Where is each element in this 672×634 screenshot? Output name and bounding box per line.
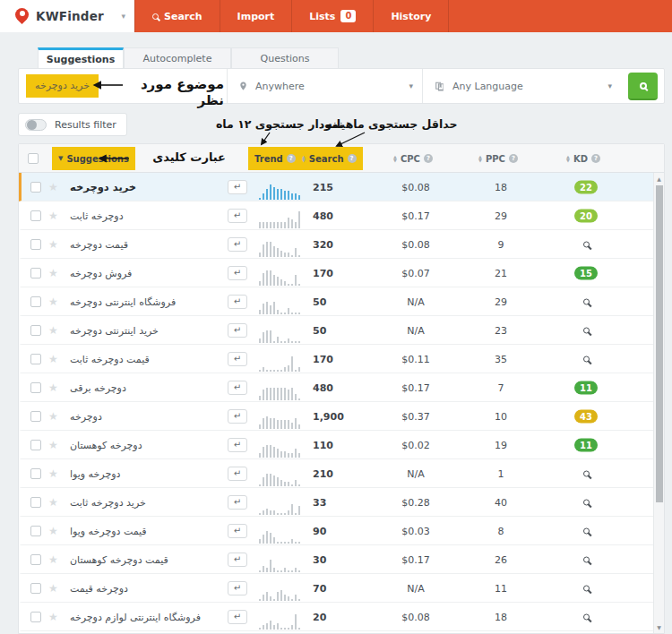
favorite-star-icon[interactable]: ★ <box>48 611 58 623</box>
menu-item-lists[interactable]: Lists 0 <box>292 0 374 32</box>
favorite-star-icon[interactable]: ★ <box>48 525 58 537</box>
search-submit-button[interactable] <box>628 73 658 100</box>
analyze-keyword-button[interactable]: ↵ <box>228 581 247 595</box>
scrollbar-thumb[interactable] <box>656 185 663 502</box>
trend-bar <box>298 424 300 429</box>
row-checkbox[interactable] <box>30 554 41 565</box>
kd-score-badge[interactable]: 15 <box>574 266 598 279</box>
header-ppc[interactable]: ▲▼ PPC <box>460 147 537 170</box>
favorite-star-icon[interactable]: ★ <box>48 381 58 394</box>
row-checkbox[interactable] <box>30 382 41 393</box>
kd-score-badge[interactable]: 22 <box>574 180 598 193</box>
analyze-keyword-button[interactable]: ↵ <box>228 352 247 366</box>
analyze-keyword-button[interactable]: ↵ <box>228 266 247 280</box>
favorite-star-icon[interactable]: ★ <box>48 439 58 451</box>
sort-icon: ▲▼ <box>566 155 570 163</box>
header-suggestions[interactable]: ▼ Suggestions <box>52 147 135 170</box>
row-checkbox[interactable] <box>30 182 41 193</box>
analyze-keyword-button[interactable]: ↵ <box>228 323 247 338</box>
language-select[interactable]: Any Language ▾ <box>422 69 621 103</box>
menu-item-import[interactable]: Import <box>220 0 293 32</box>
help-icon[interactable] <box>424 154 433 163</box>
results-filter[interactable]: Results filter <box>18 113 127 136</box>
kd-magnifier-icon[interactable] <box>583 499 590 505</box>
kd-score-badge[interactable]: 20 <box>574 209 598 222</box>
scroll-up-icon[interactable]: ▲ <box>654 176 664 182</box>
location-select[interactable]: Anywhere ▾ <box>227 69 422 103</box>
favorite-star-icon[interactable]: ★ <box>48 496 58 509</box>
kd-magnifier-icon[interactable] <box>583 585 590 591</box>
kd-magnifier-icon[interactable] <box>583 527 590 534</box>
analyze-keyword-button[interactable]: ↵ <box>228 553 247 567</box>
favorite-star-icon[interactable]: ★ <box>48 582 58 595</box>
results-filter-toggle[interactable] <box>25 119 47 131</box>
analyze-keyword-button[interactable]: ↵ <box>228 467 247 481</box>
row-checkbox[interactable] <box>30 296 41 307</box>
scroll-down-icon[interactable]: ▼ <box>654 624 664 630</box>
favorite-star-icon[interactable]: ★ <box>48 296 58 308</box>
analyze-keyword-button[interactable]: ↵ <box>228 495 247 510</box>
row-checkbox[interactable] <box>30 612 41 622</box>
favorite-star-icon[interactable]: ★ <box>48 410 58 423</box>
analyze-keyword-button[interactable]: ↵ <box>228 438 247 452</box>
row-checkbox[interactable] <box>30 268 41 278</box>
kd-magnifier-icon[interactable] <box>583 298 590 304</box>
row-checkbox[interactable] <box>30 325 41 336</box>
tab-questions[interactable]: Questions <box>231 47 339 68</box>
brand-menu[interactable]: KWFinder ▾ <box>0 0 134 32</box>
help-icon[interactable] <box>287 154 296 163</box>
header-cpc[interactable]: ▲▼ CPC <box>373 147 453 170</box>
analyze-keyword-button[interactable]: ↵ <box>228 237 247 252</box>
row-checkbox[interactable] <box>30 526 41 536</box>
menu-item-history[interactable]: History <box>374 0 449 32</box>
analyze-keyword-button[interactable]: ↵ <box>228 524 247 538</box>
favorite-star-icon[interactable]: ★ <box>48 238 58 251</box>
table-scrollbar[interactable]: ▲ ▼ <box>653 173 664 633</box>
row-checkbox[interactable] <box>30 583 41 594</box>
row-checkbox[interactable] <box>30 239 41 250</box>
kd-magnifier-icon[interactable] <box>583 556 590 562</box>
header-search[interactable]: ▲▼ Search <box>296 147 363 170</box>
analyze-keyword-button[interactable]: ↵ <box>228 610 247 624</box>
row-checkbox[interactable] <box>30 468 41 479</box>
search-volume-cell: 33 <box>313 496 326 508</box>
header-kd[interactable]: ▲▼ KD <box>547 147 619 170</box>
row-checkbox[interactable] <box>30 411 41 422</box>
favorite-star-icon[interactable]: ★ <box>48 324 58 337</box>
tab-autocomplete[interactable]: Autocomplete <box>124 47 231 68</box>
help-icon[interactable] <box>509 154 518 163</box>
tab-suggestions[interactable]: Suggestions <box>38 47 124 68</box>
analyze-keyword-button[interactable]: ↵ <box>228 209 247 223</box>
kd-magnifier-icon[interactable] <box>583 470 590 476</box>
favorite-star-icon[interactable]: ★ <box>48 210 58 222</box>
trend-bar <box>298 506 300 515</box>
row-checkbox[interactable] <box>30 354 41 364</box>
row-checkbox[interactable] <box>30 210 41 221</box>
favorite-star-icon[interactable]: ★ <box>48 267 58 279</box>
keyword-input[interactable]: خرید دوچرخه <box>26 74 99 98</box>
kd-score-badge[interactable]: 43 <box>574 409 598 423</box>
cpc-cell: $0.17 <box>375 381 456 393</box>
help-icon[interactable] <box>591 154 600 163</box>
kd-score-badge[interactable]: 11 <box>574 381 598 394</box>
favorite-star-icon[interactable]: ★ <box>48 553 58 566</box>
kd-magnifier-icon[interactable] <box>583 327 590 333</box>
analyze-keyword-button[interactable]: ↵ <box>228 295 247 309</box>
trend-bar <box>270 305 271 314</box>
row-checkbox[interactable] <box>30 440 41 450</box>
analyze-keyword-button[interactable]: ↵ <box>228 180 247 194</box>
favorite-star-icon[interactable]: ★ <box>48 467 58 480</box>
chevron-down-icon: ▾ <box>409 81 413 90</box>
analyze-keyword-button[interactable]: ↵ <box>228 409 247 424</box>
kd-magnifier-icon[interactable] <box>583 356 590 362</box>
help-icon[interactable] <box>348 154 357 163</box>
kd-magnifier-icon[interactable] <box>583 613 590 620</box>
favorite-star-icon[interactable]: ★ <box>48 181 58 193</box>
select-all-checkbox[interactable] <box>28 153 39 164</box>
menu-item-search[interactable]: Search <box>134 0 220 32</box>
favorite-star-icon[interactable]: ★ <box>48 353 58 365</box>
kd-score-badge[interactable]: 11 <box>574 438 598 451</box>
row-checkbox[interactable] <box>30 497 41 508</box>
analyze-keyword-button[interactable]: ↵ <box>228 381 247 395</box>
kd-magnifier-icon[interactable] <box>583 241 590 247</box>
